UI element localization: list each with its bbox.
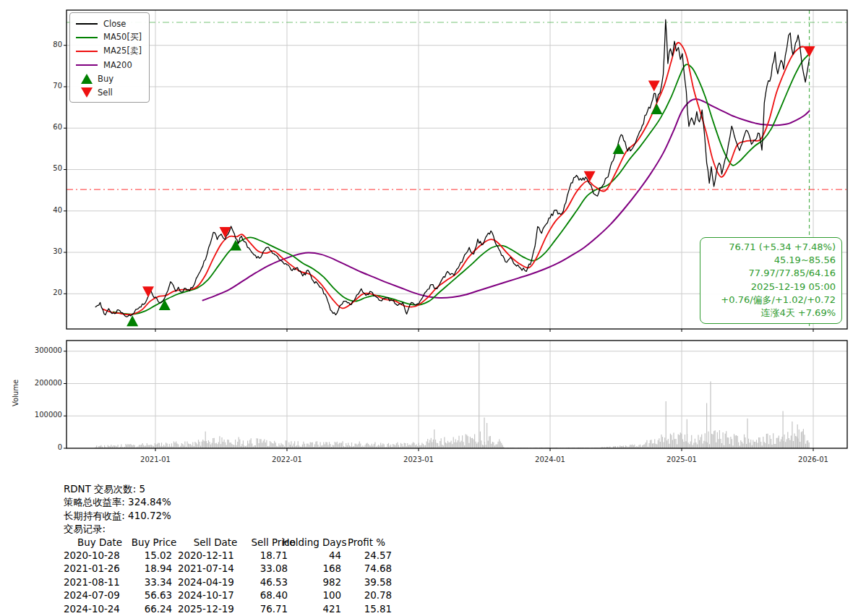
sell-triangle-icon <box>81 87 93 98</box>
cell-holding-days: 168 <box>288 562 341 576</box>
xtick-2025: 2025-01 <box>656 455 707 463</box>
trade-records-label: 交易记录: <box>64 523 392 536</box>
cell-profit: 74.68 <box>341 562 392 576</box>
annot-bias: +0.76/偏多/+1.02/+0.72 <box>703 294 836 307</box>
col-sell-date: Sell Date <box>194 536 237 549</box>
price-ytick-40: 40 <box>33 206 62 214</box>
col-buy-price: Buy Price <box>132 536 177 549</box>
cell-sell-price: 68.40 <box>259 589 288 602</box>
ma25-line-swatch <box>76 51 98 52</box>
trade-row: 2021-08-11 33.34 2024-04-19 46.53 982 39… <box>64 576 392 589</box>
trade-table-header: Buy Date Buy Price Sell Date Sell Price … <box>64 536 392 549</box>
cell-buy-price: 15.02 <box>136 549 172 562</box>
ma200-line-swatch <box>76 64 98 66</box>
legend-item-ma25: MA25[卖] <box>76 44 142 58</box>
col-holding-days: Holding Days <box>283 536 347 549</box>
price-ytick-50: 50 <box>33 164 62 172</box>
legend-ma25-label: MA25[卖] <box>103 46 142 56</box>
cell-sell-date: 2024-10-17 <box>172 589 259 602</box>
xtick-2021: 2021-01 <box>130 455 181 463</box>
hold-return-line: 长期持有收益: 410.72% <box>64 510 392 523</box>
xtick-2022: 2022-01 <box>262 455 312 463</box>
trade-row: 2021-01-26 18.94 2021-07-14 33.08 168 74… <box>64 562 392 576</box>
col-buy-date: Buy Date <box>77 536 122 549</box>
cell-sell-price: 76.71 <box>259 603 288 616</box>
legend-item-ma200: MA200 <box>76 58 142 72</box>
cell-buy-price: 18.94 <box>136 562 172 576</box>
xtick-2024: 2024-01 <box>525 455 575 463</box>
legend-item-buy: Buy <box>76 72 142 85</box>
price-ytick-60: 60 <box>33 123 62 131</box>
trade-row: 2024-10-24 66.24 2025-12-19 76.71 421 15… <box>64 603 392 616</box>
legend-ma200-label: MA200 <box>103 60 132 70</box>
cell-sell-date: 2025-12-19 <box>172 603 259 616</box>
cell-buy-date: 2020-10-28 <box>64 549 136 562</box>
cell-sell-date: 2024-04-19 <box>172 576 259 589</box>
cell-profit: 39.58 <box>341 576 392 589</box>
cell-buy-date: 2021-01-26 <box>64 562 136 576</box>
legend-sell-label: Sell <box>98 87 113 98</box>
legend-buy-label: Buy <box>98 74 113 84</box>
cell-profit: 24.57 <box>341 549 392 562</box>
legend-item-ma50: MA50[买] <box>76 30 142 44</box>
annot-ma-values: 77.97/77.85/64.16 <box>703 267 836 280</box>
legend-close-label: Close <box>103 19 126 29</box>
vol-ytick-0: 0 <box>33 443 62 451</box>
trade-row: 2020-10-28 15.02 2020-12-11 18.71 44 24.… <box>64 549 392 562</box>
close-line-swatch <box>76 23 98 25</box>
cell-buy-date: 2024-07-09 <box>64 589 136 602</box>
vol-ytick-100k: 100000 <box>33 411 62 419</box>
chart-legend: Close MA50[买] MA25[卖] MA200 Buy Sell <box>69 12 150 103</box>
latest-quote-annotation: 76.71 (+5.34 +7.48%) 45.19~85.56 77.97/7… <box>700 237 842 324</box>
cell-holding-days: 982 <box>288 576 341 589</box>
vol-ytick-300k: 300000 <box>33 346 62 354</box>
legend-ma50-label: MA50[买] <box>103 32 142 43</box>
strategy-return-line: 策略总收益率: 324.84% <box>64 496 392 509</box>
cell-buy-price: 56.63 <box>136 589 172 602</box>
col-profit: Profit % <box>348 536 385 549</box>
vol-ytick-200k: 200000 <box>33 379 62 387</box>
cell-buy-date: 2024-10-24 <box>64 603 136 616</box>
figure-canvas: 20 30 40 50 60 70 80 0 100000 200000 300… <box>0 0 853 616</box>
xtick-2026: 2026-01 <box>788 455 839 463</box>
cell-sell-price: 33.08 <box>259 562 288 576</box>
cell-sell-date: 2020-12-11 <box>172 549 259 562</box>
strategy-stats-block: RDNT 交易次数: 5 策略总收益率: 324.84% 长期持有收益: 410… <box>64 483 392 616</box>
cell-buy-price: 33.34 <box>136 576 172 589</box>
price-ytick-30: 30 <box>33 247 62 255</box>
annot-streak: 连涨4天 +7.69% <box>703 307 836 320</box>
price-ytick-70: 70 <box>33 82 62 90</box>
cell-buy-date: 2021-08-11 <box>64 576 136 589</box>
buy-triangle-icon <box>81 74 93 84</box>
cell-profit: 15.81 <box>341 603 392 616</box>
cell-buy-price: 66.24 <box>136 603 172 616</box>
trade-row: 2024-07-09 56.63 2024-10-17 68.40 100 20… <box>64 589 392 602</box>
cell-holding-days: 100 <box>288 589 341 602</box>
cell-sell-price: 46.53 <box>259 576 288 589</box>
volume-axis-label: Volume <box>12 372 20 415</box>
price-ytick-80: 80 <box>33 40 62 48</box>
annot-range: 45.19~85.56 <box>703 254 836 267</box>
cell-profit: 20.78 <box>341 589 392 602</box>
price-ytick-20: 20 <box>33 288 62 296</box>
xtick-2023: 2023-01 <box>393 455 444 463</box>
cell-sell-date: 2021-07-14 <box>172 562 259 576</box>
cell-sell-price: 18.71 <box>259 549 288 562</box>
legend-item-close: Close <box>76 17 142 30</box>
annot-price-change: 76.71 (+5.34 +7.48%) <box>703 241 836 254</box>
cell-holding-days: 44 <box>288 549 341 562</box>
trades-count-line: RDNT 交易次数: 5 <box>64 483 392 496</box>
ma50-line-swatch <box>76 37 98 38</box>
cell-holding-days: 421 <box>288 603 341 616</box>
annot-datetime: 2025-12-19 05:00 <box>703 281 836 294</box>
legend-item-sell: Sell <box>76 85 142 99</box>
